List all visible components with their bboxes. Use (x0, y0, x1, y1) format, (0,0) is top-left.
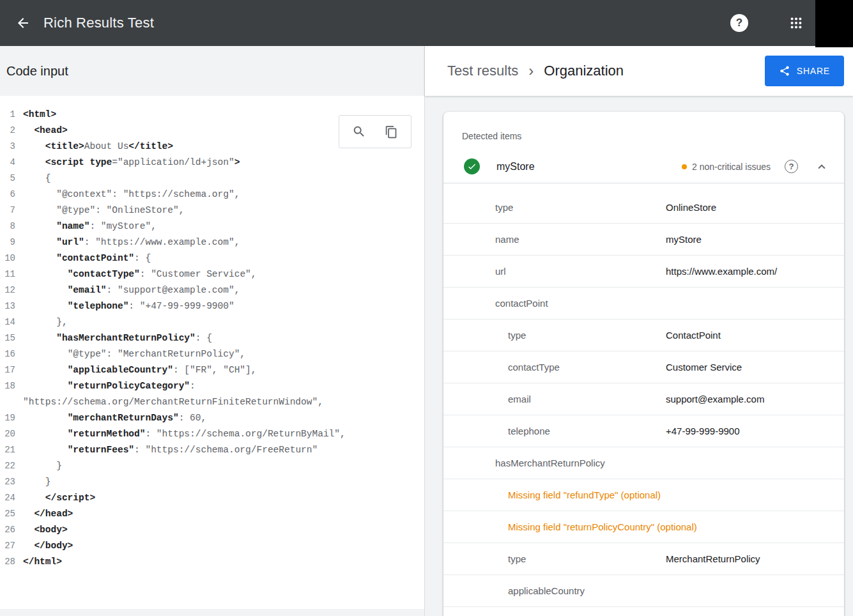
apps-button[interactable] (789, 16, 803, 30)
code-text: "merchantReturnDays": 60, (23, 410, 424, 426)
share-label: SHARE (797, 66, 830, 76)
field-row: typeMerchantReturnPolicy (443, 543, 844, 575)
code-text: { (23, 171, 424, 187)
line-number: 26 (0, 522, 23, 538)
help-button[interactable]: ? (730, 14, 748, 32)
code-text: "contactPoint": { (23, 250, 424, 266)
code-input-header: Code input (0, 46, 424, 96)
code-line: 7 "@type": "OnlineStore", (0, 203, 424, 219)
code-text: "@type": "OnlineStore", (23, 203, 424, 219)
line-number: 7 (0, 203, 23, 219)
help-glyph: ? (736, 17, 742, 29)
line-number: 17 (0, 362, 23, 378)
field-row: typeContactPoint (443, 320, 844, 351)
line-number: 13 (0, 298, 23, 314)
line-number: 19 (0, 410, 23, 426)
field-row: telephone+47-99-999-9900 (443, 415, 844, 447)
code-line: 10 "contactPoint": { (0, 250, 424, 266)
field-row: urlhttps://www.example.com/ (443, 256, 844, 288)
code-text: } (23, 474, 424, 490)
code-text: "returnFees": "https://schema.org/FreeRe… (23, 442, 424, 458)
app-title: Rich Results Test (43, 15, 154, 31)
code-line: 22 } (0, 458, 424, 474)
line-number: 27 (0, 538, 23, 554)
row-label: url (495, 266, 666, 277)
code-text: "url": "https://www.example.com", (23, 235, 424, 250)
code-line: 26 <body> (0, 522, 424, 538)
code-text: </head> (23, 506, 424, 522)
apps-grid-icon (789, 16, 803, 30)
copy-icon (385, 125, 398, 139)
back-button[interactable] (8, 8, 38, 38)
code-text: "returnPolicyCategory": "https://schema.… (23, 378, 424, 410)
code-line: 6 "@context": "https://schema.org", (0, 187, 424, 203)
code-text: <script type="application/ld+json"> (23, 155, 424, 171)
line-number: 6 (0, 187, 23, 203)
check-circle-icon (464, 158, 480, 174)
field-row: emailsupport@example.com (443, 383, 844, 415)
breadcrumb-organization: Organization (544, 63, 624, 79)
line-number: 3 (0, 139, 23, 155)
issues-dot-icon (682, 164, 687, 169)
row-value: OnlineStore (666, 202, 716, 213)
code-line: 19 "merchantReturnDays": 60, (0, 410, 424, 426)
collapse-button[interactable] (815, 160, 829, 174)
row-value: ContactPoint (666, 330, 721, 341)
code-line: 13 "telephone": "+47-99-999-9900" (0, 298, 424, 314)
help-glyph: ? (789, 162, 794, 171)
line-number: 5 (0, 171, 23, 187)
copy-button[interactable] (378, 119, 404, 144)
main-split: Code input 1<html>2 <head>3 <title>About… (0, 46, 853, 616)
code-text: </html> (23, 554, 424, 570)
code-line: 21 "returnFees": "https://schema.org/Fre… (0, 442, 424, 458)
code-line: 25 </head> (0, 506, 424, 522)
horizontal-scrollbar[interactable] (0, 609, 424, 616)
row-value: support@example.com (666, 394, 764, 404)
code-line: 5 { (0, 171, 424, 187)
row-label: type (495, 202, 666, 213)
row-label: applicableCountry (508, 585, 666, 596)
code-line: 12 "email": "support@example.com", (0, 282, 424, 298)
line-number: 12 (0, 282, 23, 298)
code-line: 16 "@type": "MerchantReturnPolicy", (0, 346, 424, 362)
field-row: typeOnlineStore (443, 192, 844, 224)
code-text: </script> (23, 490, 424, 506)
chevron-right-icon: › (528, 63, 534, 79)
missing-field-row: Missing field "returnPolicyCountry" (opt… (443, 511, 844, 543)
line-number: 11 (0, 266, 23, 282)
row-label: Missing field "returnPolicyCountry" (opt… (508, 521, 697, 532)
code-line: 8 "name": "myStore", (0, 219, 424, 235)
code-text: }, (23, 314, 424, 330)
topbar-corner-black-box (815, 0, 853, 47)
entity-name: myStore (496, 161, 535, 173)
line-number: 10 (0, 250, 23, 266)
line-number: 24 (0, 490, 23, 506)
entity-header-row[interactable]: myStore 2 non-critical issues ? (443, 150, 844, 183)
line-number: 2 (0, 123, 23, 139)
code-line: 15 "hasMerchantReturnPolicy": { (0, 330, 424, 346)
row-value: Customer Service (666, 362, 742, 373)
arrow-left-icon (15, 15, 31, 31)
row-label: hasMerchantReturnPolicy (495, 458, 666, 468)
line-number: 22 (0, 458, 23, 474)
group-row: hasMerchantReturnPolicy (443, 447, 844, 479)
share-button[interactable]: SHARE (765, 56, 844, 86)
help-outline-icon[interactable]: ? (785, 160, 798, 173)
breadcrumb-test-results[interactable]: Test results (447, 63, 518, 79)
share-icon (779, 65, 790, 77)
row-value: MerchantReturnPolicy (666, 553, 760, 564)
help-icon: ? (730, 14, 748, 32)
code-text: } (23, 458, 424, 474)
results-content: Detected items myStore 2 non-critical is… (425, 96, 853, 616)
topbar-actions: ? (730, 14, 803, 32)
code-text: "name": "myStore", (23, 219, 424, 235)
line-number: 16 (0, 346, 23, 362)
row-label: telephone (508, 426, 666, 436)
code-line: 18 "returnPolicyCategory": "https://sche… (0, 378, 424, 410)
code-editor[interactable]: 1<html>2 <head>3 <title>About Us</title>… (0, 96, 424, 616)
line-number: 20 (0, 426, 23, 442)
group-row: applicableCountry (443, 575, 844, 607)
code-input-panel: Code input 1<html>2 <head>3 <title>About… (0, 46, 425, 616)
search-button[interactable] (346, 119, 372, 144)
field-row: namemyStore (443, 224, 844, 256)
